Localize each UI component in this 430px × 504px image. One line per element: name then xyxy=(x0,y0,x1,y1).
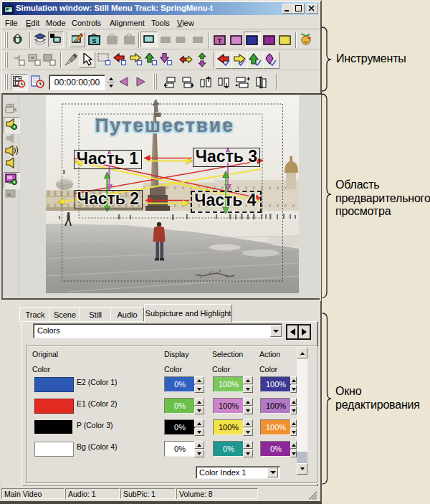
svg-text:S: S xyxy=(92,37,96,44)
svg-text:T: T xyxy=(218,37,222,44)
